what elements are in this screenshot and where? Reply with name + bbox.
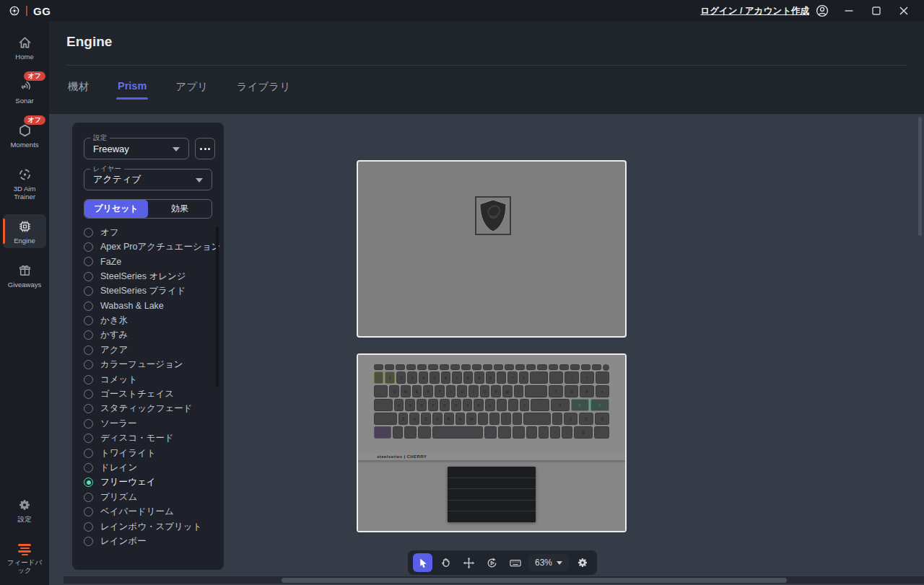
keyboard-key[interactable]: : [508, 399, 518, 411]
keyboard-key[interactable] [404, 426, 417, 439]
keyboard-key[interactable] [513, 426, 525, 439]
keyboard-key[interactable] [592, 364, 601, 370]
canvas-settings-button[interactable] [572, 553, 592, 572]
account-icon[interactable] [816, 4, 829, 17]
keyboard-key[interactable] [374, 385, 388, 397]
keyboard-key[interactable] [570, 364, 580, 370]
keyboard-key[interactable]: 1 [385, 371, 394, 384]
preset-option[interactable]: フリーウェイ [84, 475, 214, 490]
keyboard-key[interactable] [393, 426, 403, 439]
keyboard-key[interactable]: V [432, 413, 443, 425]
preset-option[interactable]: かすみ [84, 328, 214, 343]
preset-option[interactable]: レインボー [84, 534, 214, 548]
zoom-level-dropdown[interactable]: 63% [528, 554, 569, 571]
keyboard-key[interactable] [406, 364, 416, 370]
preset-option[interactable]: ゴーストチェイス [84, 387, 214, 401]
keyboard-key[interactable]: 9 [474, 371, 484, 384]
keyboard-key[interactable]: M [466, 413, 476, 425]
keyboard-key[interactable]: 3 [407, 371, 417, 384]
replay-tool-button[interactable] [482, 553, 502, 572]
keyboard-key[interactable]: L [485, 399, 495, 411]
keyboard-key[interactable]: N [456, 413, 466, 425]
tab-prism[interactable]: Prism [116, 66, 148, 105]
keyboard-key[interactable] [549, 371, 563, 384]
keyboard-key[interactable]: U [457, 385, 467, 397]
keyboard-key[interactable] [525, 385, 547, 397]
keyboard-key[interactable] [526, 364, 536, 370]
sidebar-item-moments[interactable]: オフ Moments [3, 118, 46, 152]
preset-option[interactable]: スタティックフェード [84, 402, 214, 416]
tab-library[interactable]: ライブラリ [235, 66, 292, 105]
keyboard-key[interactable]: W [401, 385, 411, 397]
keyboard-key[interactable]: - [596, 371, 609, 384]
preset-option[interactable]: オフ [84, 225, 214, 239]
more-options-button[interactable] [195, 138, 215, 159]
keyboard-key[interactable]: C [421, 413, 431, 425]
keyboard-key[interactable]: 1 [564, 413, 578, 425]
keyboard-key[interactable] [537, 364, 546, 370]
preset-option[interactable]: レインボウ・スプリット [84, 519, 214, 534]
keyboard-key[interactable]: Z [398, 413, 409, 425]
keyboard-key[interactable]: ↓ [550, 426, 560, 439]
keyboard-tool-button[interactable] [505, 553, 525, 572]
preset-option[interactable]: Apex Proアクチュエーション [84, 239, 214, 254]
keyboard-key[interactable]: + [596, 385, 609, 397]
keyboard-key[interactable]: E [412, 385, 422, 397]
keyboard-key[interactable] [472, 364, 481, 370]
keyboard-key[interactable] [526, 426, 536, 439]
keyboard-key[interactable] [440, 364, 449, 370]
segment-presets-button[interactable]: プリセット [84, 200, 148, 218]
sidebar-item-engine[interactable]: Engine [3, 214, 46, 248]
keyboard-key[interactable] [530, 371, 548, 384]
vertical-scrollbar-thumb[interactable] [918, 117, 922, 236]
keyboard-key[interactable] [374, 399, 393, 411]
keyboard-key[interactable]: B [444, 413, 454, 425]
keyboard-key[interactable]: 0 [486, 371, 495, 384]
keyboard-key[interactable]: - [497, 371, 506, 384]
keyboard-key[interactable]: [ [514, 385, 524, 397]
layer-dropdown[interactable]: レイヤー アクティブ [84, 169, 212, 190]
preset-option[interactable]: かき氷 [84, 313, 214, 327]
keyboard-key[interactable]: 0 [574, 426, 593, 439]
keyboard-key[interactable]: I [468, 385, 479, 397]
keyboard-key[interactable]: D [417, 399, 427, 411]
keyboard-key[interactable]: @ [502, 385, 513, 397]
keyboard-key[interactable]: X [409, 413, 419, 425]
preset-option[interactable]: ソーラー [84, 416, 214, 431]
keyboard-key[interactable]: 5 [571, 399, 590, 411]
keyboard-key[interactable] [515, 364, 525, 370]
preset-option[interactable]: トワイライト [84, 446, 214, 460]
keyboard-key[interactable] [581, 364, 590, 370]
keyboard-key[interactable]: P [491, 385, 501, 397]
keyboard-key[interactable] [523, 413, 550, 425]
keyboard-key[interactable] [374, 364, 383, 370]
keyboard-key[interactable] [559, 364, 569, 370]
sidebar-item-3d-aim-trainer[interactable]: 3D Aim Trainer [3, 162, 46, 204]
preset-option[interactable]: アクア [84, 343, 214, 357]
keyboard-key[interactable] [549, 364, 558, 370]
keyboard-key[interactable] [603, 364, 609, 371]
pan-tool-button[interactable] [436, 553, 456, 572]
keyboard-key[interactable]: 4 [419, 371, 428, 384]
tab-gear[interactable]: 機材 [66, 66, 90, 105]
keyboard-key[interactable]: / [501, 413, 511, 425]
keyboard-key[interactable] [461, 364, 471, 370]
minimize-button[interactable] [839, 1, 859, 21]
keyboard-key[interactable]: J [463, 399, 473, 411]
keyboard-key[interactable]: F [428, 399, 438, 411]
keyboard-key[interactable] [396, 364, 405, 370]
sidebar-item-sonar[interactable]: オフ Sonar [3, 74, 46, 108]
keyboard-key[interactable]: 5 [430, 371, 439, 384]
keyboard-key[interactable]: 6 [590, 399, 609, 411]
keyboard-key[interactable] [494, 364, 503, 370]
maximize-button[interactable] [866, 1, 886, 21]
segment-effects-button[interactable]: 効果 [148, 200, 212, 218]
keyboard-key[interactable] [428, 364, 437, 370]
keyboard-key[interactable]: ↑ [552, 413, 562, 425]
preset-list-scrollbar[interactable] [216, 226, 219, 387]
keyboard-key[interactable]: , [478, 413, 488, 425]
keyboard-key[interactable]: * [580, 371, 594, 384]
keyboard-key[interactable]: / [565, 371, 578, 384]
keyboard-key[interactable]: Y [446, 385, 456, 397]
keyboard-key[interactable]: T [435, 385, 445, 397]
